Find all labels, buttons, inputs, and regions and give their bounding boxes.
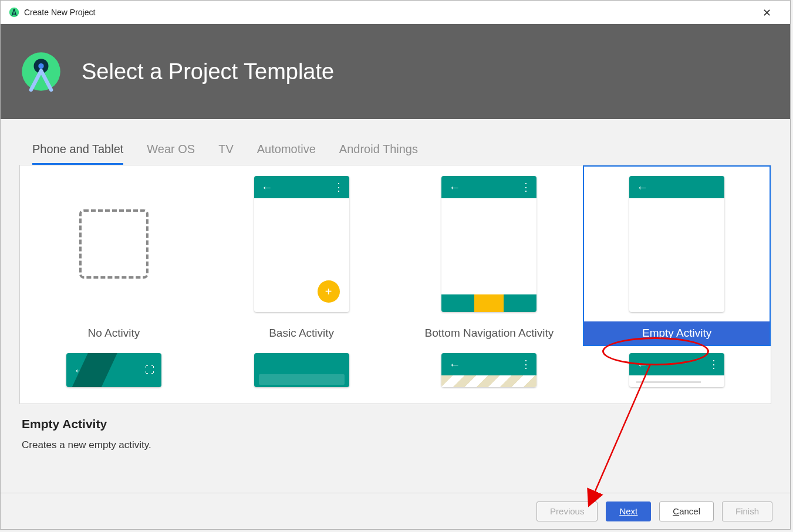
overflow-icon: ⋮	[521, 181, 529, 194]
overflow-icon: ⋮	[521, 358, 529, 371]
template-fullscreen-activity[interactable]: ←⛶	[20, 346, 208, 389]
tab-wear-os[interactable]: Wear OS	[147, 143, 195, 165]
android-studio-icon	[9, 7, 19, 18]
template-label: Empty Activity	[584, 321, 770, 345]
close-icon[interactable]: ✕	[758, 5, 776, 21]
template-row2-c[interactable]: ←⋮	[396, 346, 583, 389]
window-title: Create New Project	[24, 8, 95, 17]
fullscreen-icon: ⛶	[145, 365, 154, 375]
template-label: Basic Activity	[209, 321, 394, 345]
next-button[interactable]: Next	[606, 501, 651, 521]
back-arrow-icon: ←	[261, 181, 273, 194]
description-title: Empty Activity	[22, 417, 769, 431]
platform-tabs: Phone and Tablet Wear OS TV Automotive A…	[1, 119, 790, 165]
map-preview-icon	[441, 375, 536, 387]
finish-button: Finish	[722, 501, 772, 521]
template-label: Bottom Navigation Activity	[397, 321, 582, 345]
page-title: Select a Project Template	[82, 59, 334, 84]
back-arrow-icon: ←	[636, 358, 648, 371]
back-arrow-icon: ←	[636, 181, 648, 194]
fab-icon: +	[318, 280, 340, 303]
template-basic-activity[interactable]: ←⋮ + Basic Activity	[208, 165, 396, 346]
template-grid[interactable]: No Activity ←⋮ + Basic Activity ←⋮	[19, 165, 771, 404]
back-arrow-icon: ←	[448, 358, 460, 371]
template-empty-activity[interactable]: ← Empty Activity	[583, 165, 771, 346]
template-description: Empty Activity Creates a new empty activ…	[1, 404, 790, 464]
description-text: Creates a new empty activity.	[22, 439, 769, 451]
template-row2-d[interactable]: ←⋮	[583, 346, 771, 389]
no-activity-icon	[79, 209, 149, 279]
svg-point-3	[38, 63, 43, 69]
template-label: No Activity	[21, 321, 207, 345]
previous-button: Previous	[536, 501, 598, 521]
tab-tv[interactable]: TV	[218, 143, 234, 165]
tab-phone-tablet[interactable]: Phone and Tablet	[32, 143, 123, 165]
titlebar: Create New Project ✕	[1, 1, 790, 24]
cancel-button[interactable]: Cancel	[659, 501, 714, 521]
create-project-dialog: Create New Project ✕ Select a Project Te…	[0, 0, 791, 530]
back-arrow-icon: ←	[448, 181, 460, 194]
tab-automotive[interactable]: Automotive	[257, 143, 316, 165]
tab-android-things[interactable]: Android Things	[339, 143, 418, 165]
overflow-icon: ⋮	[708, 358, 717, 371]
wizard-header: Select a Project Template	[1, 24, 790, 119]
content-area: Phone and Tablet Wear OS TV Automotive A…	[1, 119, 790, 493]
template-bottom-nav-activity[interactable]: ←⋮ Bottom Navigation Activity	[396, 165, 583, 346]
template-no-activity[interactable]: No Activity	[20, 165, 208, 346]
template-row2-b[interactable]	[208, 346, 396, 389]
overflow-icon: ⋮	[333, 181, 342, 194]
wizard-footer: Previous Next Cancel Finish	[1, 493, 790, 529]
android-studio-logo	[18, 49, 64, 94]
